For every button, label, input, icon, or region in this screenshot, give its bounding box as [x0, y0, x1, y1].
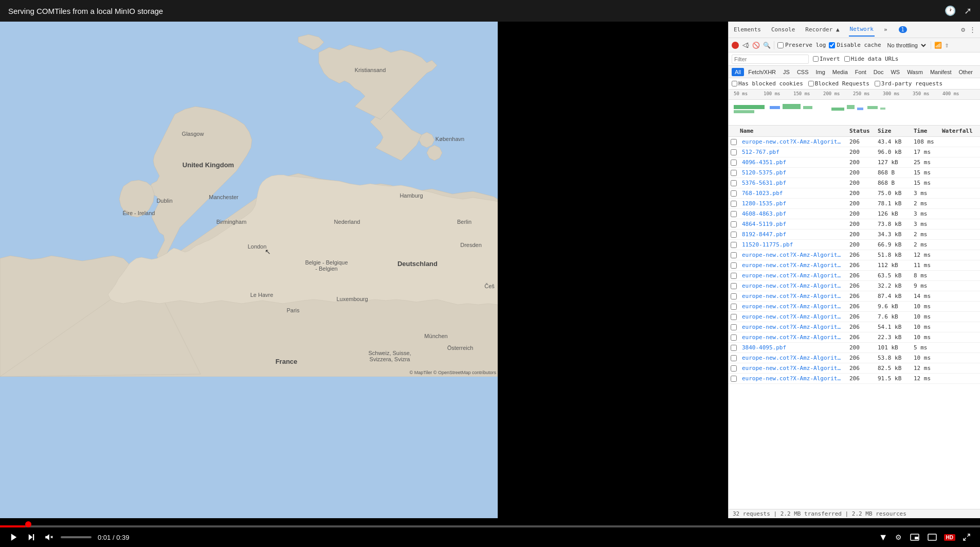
- table-row[interactable]: 4608-4863.pbf200126 kB3 ms: [729, 209, 980, 219]
- table-row[interactable]: europe-new.cot?X-Amz-Algorithm...2067.6 …: [729, 312, 980, 322]
- row-checkbox-22[interactable]: [731, 365, 737, 372]
- share-icon[interactable]: ➚: [964, 5, 972, 16]
- map-label-ces: Češ: [484, 283, 495, 289]
- row-name-4: 5376-5631.pbf: [739, 180, 846, 186]
- import-icon[interactable]: ⇧: [945, 41, 949, 49]
- row-checkbox-0[interactable]: [731, 139, 737, 145]
- wifi-icon[interactable]: 📶: [934, 42, 942, 49]
- table-row[interactable]: europe-new.cot?X-Amz-Algorithm...20653.8…: [729, 353, 980, 363]
- row-checkbox-1[interactable]: [731, 149, 737, 155]
- row-checkbox-7[interactable]: [731, 211, 737, 217]
- row-checkbox-15[interactable]: [731, 293, 737, 299]
- progress-bar[interactable]: [0, 525, 980, 527]
- disable-cache-checkbox[interactable]: [829, 42, 835, 48]
- row-checkbox-21[interactable]: [731, 355, 737, 361]
- miniplayer-button[interactable]: [909, 533, 920, 542]
- row-checkbox-17[interactable]: [731, 314, 737, 320]
- table-row[interactable]: 512-767.pbf20096.0 kB17 ms: [729, 147, 980, 157]
- map-label-paris: Paris: [286, 307, 300, 313]
- record-button[interactable]: [732, 42, 739, 49]
- row-checkbox-16[interactable]: [731, 304, 737, 310]
- table-row[interactable]: europe-new.cot?X-Amz-Algorithm...20654.1…: [729, 322, 980, 332]
- type-filter-media[interactable]: Media: [829, 68, 851, 76]
- throttling-select[interactable]: No throttling: [884, 42, 928, 49]
- table-row[interactable]: 5376-5631.pbf200868 B15 ms: [729, 178, 980, 188]
- row-checkbox-2[interactable]: [731, 160, 737, 166]
- search-icon[interactable]: 🔍: [763, 42, 771, 49]
- type-filter-css[interactable]: CSS: [794, 68, 812, 76]
- row-checkbox-9[interactable]: [731, 232, 737, 238]
- clock-icon[interactable]: 🕐: [945, 5, 956, 16]
- row-checkbox-5[interactable]: [731, 190, 737, 197]
- table-row[interactable]: 1280-1535.pbf20078.1 kB2 ms: [729, 199, 980, 209]
- table-row[interactable]: europe-new.cot?X-Amz-Algorithm...20632.2…: [729, 281, 980, 291]
- mute-button[interactable]: [43, 532, 55, 543]
- table-row[interactable]: 4864-5119.pbf20073.8 kB3 ms: [729, 219, 980, 230]
- table-row[interactable]: 3840-4095.pbf200101 kB5 ms: [729, 343, 980, 353]
- type-filter-all[interactable]: All: [732, 68, 744, 76]
- type-filter-js[interactable]: JS: [780, 68, 793, 76]
- timeline-tick-7: 400 ms: [942, 91, 959, 96]
- play-button[interactable]: [8, 532, 20, 543]
- row-checkbox-23[interactable]: [731, 376, 737, 382]
- table-row[interactable]: 768-1023.pbf20075.0 kB3 ms: [729, 188, 980, 199]
- tab-network[interactable]: Network: [849, 23, 875, 37]
- row-checkbox-11[interactable]: [731, 252, 737, 258]
- clear-icon[interactable]: 🚫: [752, 42, 760, 49]
- invert-checkbox[interactable]: [813, 56, 819, 62]
- tab-console[interactable]: Console: [770, 23, 796, 36]
- row-checkbox-18[interactable]: [731, 324, 737, 330]
- row-checkbox-20[interactable]: [731, 345, 737, 351]
- row-checkbox-13[interactable]: [731, 273, 737, 279]
- table-row[interactable]: europe-new.cot?X-Amz-Algorithm...20691.5…: [729, 374, 980, 384]
- type-filter-doc[interactable]: Doc: [870, 68, 887, 76]
- preserve-log-checkbox[interactable]: [777, 42, 784, 48]
- tab-more[interactable]: »: [883, 23, 888, 36]
- tab-recorder[interactable]: Recorder ▲: [804, 23, 840, 36]
- row-checkbox-6[interactable]: [731, 201, 737, 207]
- table-row[interactable]: europe-new.cot?X-Amz-Algorithm...20651.8…: [729, 250, 980, 260]
- theater-button[interactable]: [927, 533, 938, 542]
- type-filter-other[interactable]: Other: [955, 68, 976, 76]
- volume-slider[interactable]: [61, 536, 92, 538]
- fullscreen-button[interactable]: [961, 532, 972, 542]
- table-row[interactable]: europe-new.cot?X-Amz-Algorithm...2069.6 …: [729, 302, 980, 312]
- tab-elements[interactable]: Elements: [733, 23, 762, 36]
- hide-data-urls-checkbox[interactable]: [844, 56, 850, 62]
- table-row[interactable]: 4096-4351.pbf200127 kB25 ms: [729, 157, 980, 168]
- filter-input[interactable]: [732, 55, 809, 64]
- row-checkbox-12[interactable]: [731, 262, 737, 269]
- table-row[interactable]: europe-new.cot?X-Amz-Algorithm...20687.4…: [729, 291, 980, 302]
- row-checkbox-19[interactable]: [731, 334, 737, 341]
- type-filter-ws[interactable]: WS: [887, 68, 903, 76]
- type-filter-img[interactable]: Img: [813, 68, 828, 76]
- row-checkbox-10[interactable]: [731, 242, 737, 248]
- table-row[interactable]: europe-new.cot?X-Amz-Algorithm...20682.5…: [729, 363, 980, 374]
- video-controls: 0:01 / 0:39 ▼ ⚙ HD: [0, 518, 980, 547]
- table-row[interactable]: 11520-11775.pbf20066.9 kB2 ms: [729, 240, 980, 250]
- table-row[interactable]: europe-new.cot?X-Amz-Algorithm...206112 …: [729, 260, 980, 271]
- type-filter-manifest[interactable]: Manifest: [927, 68, 955, 76]
- next-button[interactable]: [26, 532, 37, 543]
- stop-recording-icon[interactable]: ⏿: [742, 41, 749, 49]
- table-row[interactable]: europe-new.cot?X-Amz-Algorithm...20622.3…: [729, 332, 980, 343]
- row-checkbox-8[interactable]: [731, 221, 737, 227]
- table-row[interactable]: 5120-5375.pbf200868 B15 ms: [729, 168, 980, 178]
- row-status-16: 206: [846, 303, 875, 310]
- row-checkbox-4[interactable]: [731, 180, 737, 186]
- type-filter-wasm[interactable]: Wasm: [904, 68, 926, 76]
- table-row[interactable]: europe-new.cot?X-Amz-Algorithm...20643.4…: [729, 137, 980, 147]
- row-checkbox-14[interactable]: [731, 283, 737, 289]
- settings-button[interactable]: ⚙: [894, 532, 903, 542]
- svg-rect-13: [33, 534, 34, 540]
- row-size-22: 82.5 kB: [875, 365, 911, 372]
- settings-icon[interactable]: ⚙: [961, 26, 965, 33]
- chapters-icon[interactable]: ▼: [879, 532, 888, 543]
- table-row[interactable]: europe-new.cot?X-Amz-Algorithm...20663.5…: [729, 271, 980, 281]
- type-filter-fetch-xhr[interactable]: Fetch/XHR: [745, 68, 779, 76]
- row-checkbox-3[interactable]: [731, 170, 737, 176]
- more-icon[interactable]: ⋮: [969, 26, 976, 33]
- type-filter-font[interactable]: Font: [852, 68, 869, 76]
- table-row[interactable]: 8192-8447.pbf20034.3 kB2 ms: [729, 230, 980, 240]
- map-label-kristiansand: Kristiansand: [355, 67, 386, 73]
